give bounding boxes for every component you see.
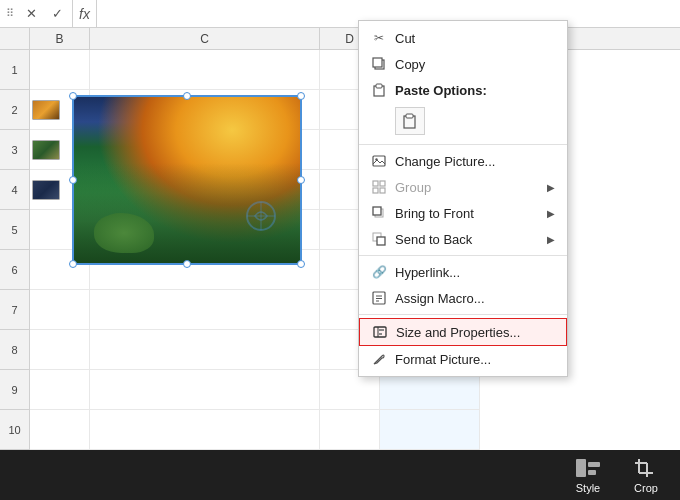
paste-options-label: Paste Options:: [395, 83, 555, 98]
svg-rect-8: [406, 114, 413, 118]
cell-c7[interactable]: [90, 290, 319, 330]
divider-2: [359, 255, 567, 256]
selected-image-wrapper[interactable]: [72, 95, 302, 265]
menu-item-copy[interactable]: Copy: [359, 51, 567, 77]
change-picture-icon: [371, 153, 387, 169]
group-icon: [371, 179, 387, 195]
handle-top-center[interactable]: [183, 92, 191, 100]
svg-rect-28: [588, 462, 600, 467]
cell-d10[interactable]: [320, 410, 379, 450]
copy-label: Copy: [395, 57, 555, 72]
thumbnail-2: [32, 140, 60, 160]
menu-item-assign-macro[interactable]: Assign Macro...: [359, 285, 567, 311]
style-label: Style: [576, 482, 600, 494]
svg-rect-18: [377, 237, 385, 245]
cell-b7[interactable]: [30, 290, 89, 330]
cell-b10[interactable]: [30, 410, 89, 450]
cell-c8[interactable]: [90, 330, 319, 370]
cell-b8[interactable]: [30, 330, 89, 370]
send-to-back-icon: [371, 231, 387, 247]
paste-icon-button[interactable]: [395, 107, 425, 135]
handle-mid-right[interactable]: [297, 176, 305, 184]
copy-icon: [371, 56, 387, 72]
change-picture-label: Change Picture...: [395, 154, 555, 169]
svg-rect-11: [373, 181, 378, 186]
col-header-c[interactable]: C: [90, 28, 320, 49]
handle-top-right[interactable]: [297, 92, 305, 100]
svg-rect-25: [379, 329, 384, 331]
row-num-4: 4: [0, 170, 30, 210]
crop-label: Crop: [634, 482, 658, 494]
handle-top-left[interactable]: [69, 92, 77, 100]
drag-handle: ⠿: [4, 7, 16, 20]
svg-rect-16: [373, 207, 381, 215]
toolbar-crop[interactable]: Crop: [632, 456, 660, 494]
paste-icon: [371, 82, 387, 98]
divider-1: [359, 144, 567, 145]
handle-bot-right[interactable]: [297, 260, 305, 268]
svg-rect-26: [379, 333, 382, 335]
menu-item-group[interactable]: Group ▶: [359, 174, 567, 200]
size-properties-label: Size and Properties...: [396, 325, 554, 340]
cell-b1[interactable]: [30, 50, 89, 90]
cell-c1[interactable]: [90, 50, 319, 90]
large-image: [74, 97, 300, 263]
bottom-toolbar: Style Crop: [0, 450, 680, 500]
formula-bar: ⠿ ✕ ✓ fx: [0, 0, 680, 28]
menu-item-bring-to-front[interactable]: Bring to Front ▶: [359, 200, 567, 226]
svg-rect-12: [380, 181, 385, 186]
cell-e10[interactable]: [380, 410, 479, 450]
context-menu: ✂ Cut Copy Paste Options:: [358, 20, 568, 377]
cell-c10[interactable]: [90, 410, 319, 450]
cancel-button[interactable]: ✕: [20, 3, 42, 25]
row-num-5: 5: [0, 210, 30, 250]
bring-to-front-icon: [371, 205, 387, 221]
group-arrow: ▶: [547, 182, 555, 193]
col-header-row: [0, 28, 30, 49]
confirm-button[interactable]: ✓: [46, 3, 68, 25]
menu-item-size-and-properties[interactable]: Size and Properties...: [359, 318, 567, 346]
row-numbers: 1 2 3 4 5 6 7 8 9 10: [0, 50, 30, 450]
menu-item-cut[interactable]: ✂ Cut: [359, 25, 567, 51]
menu-item-change-picture[interactable]: Change Picture...: [359, 148, 567, 174]
svg-rect-6: [376, 84, 382, 88]
format-picture-label: Format Picture...: [395, 352, 555, 367]
row-num-9: 9: [0, 370, 30, 410]
svg-rect-23: [374, 327, 386, 337]
cell-b9[interactable]: [30, 370, 89, 410]
row-num-7: 7: [0, 290, 30, 330]
bring-to-front-label: Bring to Front: [395, 206, 539, 221]
handle-bot-left[interactable]: [69, 260, 77, 268]
svg-rect-4: [373, 58, 382, 67]
thumbnail-1: [32, 100, 60, 120]
assign-macro-icon: [371, 290, 387, 306]
spreadsheet: ⠿ ✕ ✓ fx B C D E 1 2 3 4 5 6 7 8 9 10: [0, 0, 680, 500]
menu-item-format-picture[interactable]: Format Picture...: [359, 346, 567, 372]
style-icon: [574, 456, 602, 480]
cut-icon: ✂: [371, 30, 387, 46]
fx-label: fx: [72, 0, 97, 27]
svg-rect-27: [576, 459, 586, 477]
assign-macro-label: Assign Macro...: [395, 291, 555, 306]
toolbar-style[interactable]: Style: [574, 456, 602, 494]
menu-item-hyperlink[interactable]: 🔗 Hyperlink...: [359, 259, 567, 285]
hyperlink-label: Hyperlink...: [395, 265, 555, 280]
thumbnail-3: [32, 180, 60, 200]
format-picture-icon: [371, 351, 387, 367]
size-properties-icon: [372, 324, 388, 340]
menu-item-send-to-back[interactable]: Send to Back ▶: [359, 226, 567, 252]
handle-bot-center[interactable]: [183, 260, 191, 268]
svg-rect-9: [373, 156, 385, 166]
hyperlink-icon: 🔗: [371, 264, 387, 280]
bring-to-front-arrow: ▶: [547, 208, 555, 219]
send-to-back-label: Send to Back: [395, 232, 539, 247]
row-num-8: 8: [0, 330, 30, 370]
send-to-back-arrow: ▶: [547, 234, 555, 245]
handle-mid-left[interactable]: [69, 176, 77, 184]
svg-rect-14: [380, 188, 385, 193]
col-header-b[interactable]: B: [30, 28, 90, 49]
svg-rect-29: [588, 470, 596, 475]
svg-rect-13: [373, 188, 378, 193]
cell-c9[interactable]: [90, 370, 319, 410]
row-num-3: 3: [0, 130, 30, 170]
